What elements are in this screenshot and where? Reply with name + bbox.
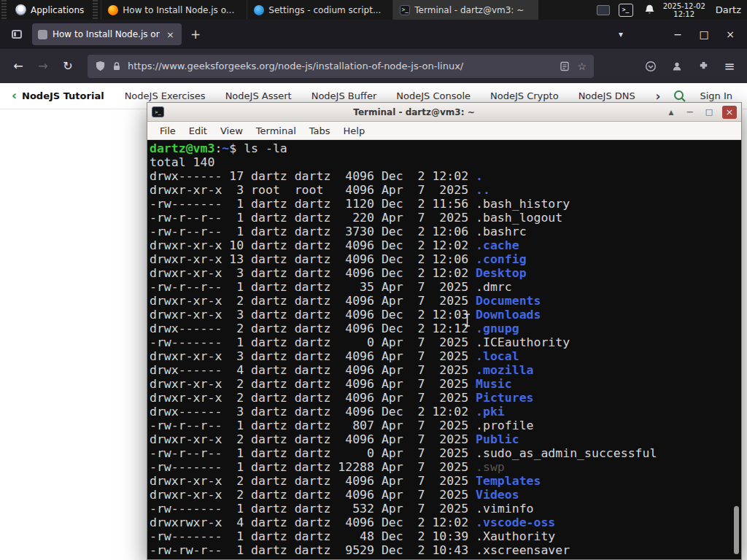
extensions-button[interactable]	[693, 56, 713, 77]
account-button[interactable]	[667, 56, 687, 77]
task-button-terminal[interactable]: >_ Terminal - dartz@vm3: ~	[392, 0, 538, 20]
tracking-protection-button[interactable]	[95, 61, 106, 71]
terminal-menubar: File Edit View Terminal Tabs Help	[147, 122, 741, 140]
window-minimize-button[interactable]: −	[667, 25, 689, 44]
bookmark-button[interactable]: ☆	[577, 61, 587, 72]
site-nav-link[interactable]: NodeJS Console	[396, 90, 471, 101]
window-maximize-button[interactable]: □	[693, 25, 715, 44]
search-icon	[673, 89, 687, 104]
site-nav-link[interactable]: NodeJS Assert	[225, 90, 292, 101]
firefox-view-icon	[12, 30, 22, 39]
terminal-close-button[interactable]: ×	[722, 106, 737, 119]
terminal-line: drwxr-xr-x 3 dartz dartz 4096 Apr 7 2025…	[150, 349, 731, 363]
terminal-line: drwx------ 2 dartz dartz 4096 Dec 2 12:1…	[150, 322, 731, 335]
plus-icon: +	[190, 27, 201, 42]
reader-icon	[560, 61, 570, 71]
url-text: https://www.geeksforgeeks.org/node-js/in…	[128, 61, 554, 71]
terminal-line: drwx------ 17 dartz dartz 4096 Dec 2 12:…	[150, 169, 731, 183]
terminal-body[interactable]: dartz@vm3:~$ ls -latotal 140drwx------ 1…	[147, 140, 741, 559]
terminal-tray-icon: >_	[619, 4, 633, 17]
panel-username: Dartz	[716, 4, 741, 15]
hamburger-icon: ≡	[724, 58, 735, 74]
browser-tab-active[interactable]: How to Install Node.js on... ×	[32, 23, 182, 45]
close-icon: ×	[726, 106, 734, 117]
bell-icon	[643, 4, 656, 16]
terminal-maximize-button[interactable]: □	[702, 106, 716, 119]
url-bar[interactable]: https://www.geeksforgeeks.org/node-js/in…	[88, 55, 594, 78]
terminal-line: total 140	[150, 155, 731, 169]
maximize-icon: □	[705, 107, 713, 117]
nav-scroll-right-button[interactable]: ›	[655, 89, 660, 104]
site-nav-link[interactable]: NodeJS Exercises	[125, 90, 206, 101]
back-button[interactable]: ←	[7, 55, 29, 77]
tray-icon-window[interactable]	[597, 5, 610, 15]
terminal-line: drwxr-xr-x 2 dartz dartz 4096 Apr 7 2025…	[150, 391, 731, 405]
terminal-line: -rw-r--r-- 1 dartz dartz 220 Apr 7 2025 …	[150, 211, 731, 225]
tab-favicon	[38, 30, 47, 39]
notifications-button[interactable]	[643, 4, 656, 16]
terminal-line: -rw------- 1 dartz dartz 48 Dec 2 10:39 …	[150, 529, 731, 543]
menu-tabs[interactable]: Tabs	[303, 124, 337, 138]
menu-edit[interactable]: Edit	[182, 124, 214, 138]
terminal-line: -rw------- 1 dartz dartz 12288 Apr 7 202…	[150, 460, 731, 474]
panel-clock[interactable]: 2025-12-02 12:12	[663, 2, 705, 18]
menu-help[interactable]: Help	[337, 124, 372, 138]
close-icon: ×	[726, 28, 735, 40]
terminal-line: drwx------ 3 dartz dartz 4096 Dec 2 12:0…	[150, 405, 731, 419]
window-close-button[interactable]: ×	[719, 25, 741, 44]
terminal-line: -rw-r--r-- 1 dartz dartz 3730 Dec 2 12:0…	[150, 225, 731, 238]
top-panel: Applications How to Install Node.js o...…	[0, 0, 747, 20]
terminal-line: drwxr-xr-x 2 dartz dartz 4096 Apr 7 2025…	[150, 432, 731, 446]
panel-grip[interactable]	[1, 0, 7, 20]
site-nav-link[interactable]: NodeJS Buffer	[311, 90, 377, 101]
terminal-line: -rw-r--r-- 1 dartz dartz 35 Apr 7 2025 .…	[150, 280, 731, 294]
nodejs-tutorial-link[interactable]: ‹ NodeJS Tutorial	[12, 90, 104, 102]
terminal-line: drwxr-xr-x 13 dartz dartz 4096 Dec 2 12:…	[150, 252, 731, 266]
reader-mode-button[interactable]	[560, 61, 570, 71]
menu-button[interactable]: ≡	[719, 56, 740, 77]
site-nav-link[interactable]: NodeJS DNS	[578, 90, 635, 101]
new-tab-button[interactable]: +	[186, 25, 205, 44]
applications-label: Applications	[31, 5, 84, 15]
clock-date: 2025-12-02	[663, 2, 705, 10]
terminal-titlebar[interactable]: >_ Terminal - dartz@vm3: ~ ▲ − □ ×	[147, 103, 741, 122]
forward-icon: →	[38, 59, 47, 73]
firefox-view-button[interactable]	[6, 24, 28, 44]
url-bar-actions: ☆	[560, 61, 587, 72]
menu-view[interactable]: View	[214, 124, 249, 138]
terminal-scrollbar-thumb[interactable]	[734, 506, 739, 554]
menu-file[interactable]: File	[153, 124, 182, 138]
terminal-app-icon: >_	[152, 106, 164, 117]
list-all-tabs-button[interactable]: ▾	[611, 25, 630, 44]
reload-icon: ↻	[63, 59, 72, 73]
minimize-icon: −	[686, 106, 694, 117]
browser-tab-bar: How to Install Node.js on... × + ▾ − □ ×	[0, 20, 747, 49]
task-button-firefox[interactable]: How to Install Node.js o...	[101, 0, 247, 20]
tab-title: How to Install Node.js on...	[53, 29, 160, 39]
chevron-left-icon: ‹	[12, 90, 17, 102]
terminal-scrollbar[interactable]	[733, 141, 740, 558]
close-icon: ×	[166, 29, 174, 40]
reload-button[interactable]: ↻	[57, 55, 79, 77]
task-button-codium[interactable]: Settings - codium script...	[247, 0, 392, 20]
system-tray: >_	[597, 4, 633, 17]
terminal-line: drwxr-xr-x 3 dartz dartz 4096 Dec 2 12:0…	[150, 308, 731, 322]
terminal-line: drwxr-xr-x 2 dartz dartz 4096 Apr 7 2025…	[150, 488, 731, 502]
menu-terminal[interactable]: Terminal	[249, 124, 303, 138]
account-icon	[671, 61, 683, 72]
applications-menu-button[interactable]: Applications	[8, 0, 91, 20]
forward-button[interactable]: →	[32, 55, 54, 77]
tab-close-button[interactable]: ×	[165, 29, 176, 40]
terminal-shade-button[interactable]: ▲	[664, 106, 678, 119]
site-nav-links: NodeJS Exercises NodeJS Assert NodeJS Bu…	[125, 90, 650, 101]
pocket-button[interactable]	[640, 56, 661, 77]
site-info-button[interactable]	[112, 61, 122, 71]
tray-icon-terminal[interactable]: >_	[619, 4, 633, 17]
sign-in-link[interactable]: Sign In	[700, 90, 732, 101]
task-label: How to Install Node.js o...	[123, 5, 240, 15]
terminal-line: -rw-r--r-- 1 dartz dartz 807 Apr 7 2025 …	[150, 419, 731, 432]
site-nav-link[interactable]: NodeJS Crypto	[490, 90, 559, 101]
chevron-down-icon: ▾	[619, 29, 623, 39]
terminal-line: dartz@vm3:~$ ls -la	[150, 141, 731, 155]
terminal-minimize-button[interactable]: −	[683, 106, 697, 119]
